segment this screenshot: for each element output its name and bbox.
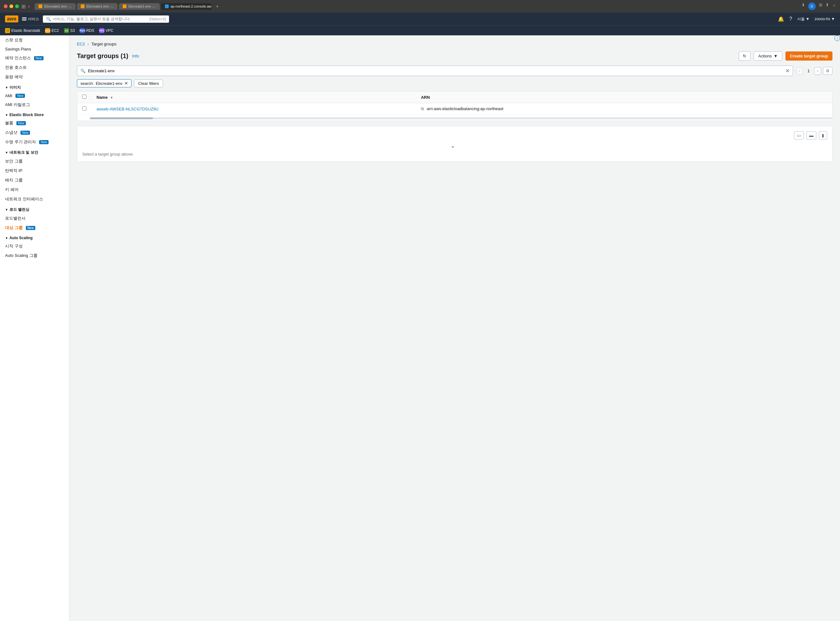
shortcut-vpc[interactable]: VPC VPC	[99, 28, 113, 33]
new-tab-button[interactable]: ＋	[215, 3, 220, 10]
header-actions: ↻ Actions ▼ Create target group	[739, 51, 832, 61]
row-checkbox-cell[interactable]	[77, 103, 91, 115]
chevron-down-icon-as: ▼	[5, 236, 8, 240]
sidebar-section-network[interactable]: ▼ 네트워크 및 보안	[0, 147, 69, 156]
rds-icon: RDS	[80, 28, 85, 33]
sidebar-item-load-balancers[interactable]: 로드밸런서	[0, 214, 69, 223]
sidebar-section-ebs[interactable]: ▼ Elastic Block Store	[0, 109, 69, 118]
panel-view-controls: ▭ ▬ ▮	[82, 131, 827, 139]
share-icon[interactable]: ⬆	[825, 3, 829, 10]
add-tab-icon[interactable]: ＋	[832, 3, 836, 10]
profile-icon[interactable]: D	[808, 3, 816, 10]
sidebar-item-target-groups[interactable]: 대상 그룹 New	[0, 223, 69, 233]
row-arn-cell: ⧉ arn:aws:elasticloadbalancing:ap-northe…	[416, 103, 832, 115]
arn-value: arn:aws:elasticloadbalancing:ap-northeas…	[427, 106, 503, 111]
shortcut-ec2[interactable]: EC2 EC2	[45, 28, 59, 33]
close-button[interactable]	[4, 5, 8, 8]
global-search-box[interactable]: 🔍 [Option+S]	[43, 15, 169, 23]
shortcut-beanstalk[interactable]: 🌿 Elastic Beanstalk	[5, 28, 40, 33]
minimize-button[interactable]	[9, 5, 13, 8]
table-preferences-button[interactable]: ⚙	[823, 67, 832, 75]
sidebar-item-launch-configs[interactable]: 시작 구성	[0, 241, 69, 251]
target-group-link[interactable]: awseb-AWSEB-NLSCG7DSUZ9U	[97, 107, 159, 111]
search-icon: 🔍	[46, 17, 51, 21]
select-all-checkbox[interactable]	[82, 95, 86, 99]
next-page-button[interactable]: ›	[814, 67, 821, 75]
window-controls[interactable]	[4, 5, 19, 8]
notification-icon[interactable]: 🔔	[778, 16, 784, 22]
sidebar-item-reserved[interactable]: 예약 인스턴스 New	[0, 53, 69, 63]
browser-tabs: Ebcreate1-env -... Ebcreate1-env -... Eb…	[35, 3, 799, 10]
actions-button[interactable]: Actions ▼	[754, 51, 783, 61]
sidebar-section-load-balancing[interactable]: ▼ 로드 밸런싱	[0, 204, 69, 214]
sidebar-item-volumes[interactable]: 볼륨 New	[0, 118, 69, 128]
chevron-down-icon-ebs: ▼	[5, 113, 8, 117]
sidebar-section-autoscaling[interactable]: ▼ Auto Scaling	[0, 233, 69, 241]
col-name-header[interactable]: Name ▼	[91, 91, 416, 103]
browser-chrome: ⊞ ‹ Ebcreate1-env -... Ebcreate1-env -..…	[0, 0, 840, 13]
s3-label: S3	[70, 29, 75, 33]
select-all-header[interactable]	[77, 91, 91, 103]
create-target-group-button[interactable]: Create target group	[786, 51, 832, 61]
sidebar-item-spot[interactable]: 스팟 요청	[0, 35, 69, 45]
filter-remove-icon[interactable]: ✕	[124, 81, 128, 86]
s3-icon: S3	[64, 28, 69, 33]
tab-favicon-1	[38, 5, 42, 8]
browser-tab-3[interactable]: Ebcreate1-env -...	[119, 3, 160, 10]
shortcut-rds[interactable]: RDS RDS	[80, 28, 94, 33]
aws-top-nav: aws 서비스 🔍 [Option+S] 🔔 ? 서울 ▼ zoooo-hs ▼	[0, 13, 840, 25]
search-box[interactable]: 🔍 ✕	[77, 66, 793, 76]
clear-filters-button[interactable]: Clear filters	[134, 80, 163, 88]
search-clear-icon[interactable]: ✕	[786, 68, 790, 74]
filter-value: Ebcreate1-env	[96, 81, 123, 86]
sidebar-item-dedicated[interactable]: 전용 호스트	[0, 63, 69, 72]
region-selector[interactable]: 서울 ▼	[797, 17, 810, 22]
extensions-icon[interactable]: ⊞	[819, 3, 822, 10]
sidebar-item-ami-catalog[interactable]: AMI 카탈로그	[0, 100, 69, 109]
sidebar-section-images[interactable]: ▼ 이미지	[0, 82, 69, 91]
refresh-button[interactable]: ↻	[739, 51, 751, 61]
back-icon[interactable]: ‹	[28, 3, 30, 9]
sidebar-item-autoscaling-groups[interactable]: Auto Scaling 그룹	[0, 251, 69, 261]
help-icon[interactable]: ?	[789, 16, 792, 22]
browser-tab-2[interactable]: Ebcreate1-env -...	[77, 3, 118, 10]
aws-logo[interactable]: aws	[5, 15, 18, 23]
breadcrumb-ec2[interactable]: EC2	[77, 42, 85, 46]
sidebar-item-savings[interactable]: Savings Plans	[0, 45, 69, 53]
page-title: Target groups (1)	[77, 52, 128, 60]
global-search-input[interactable]	[53, 17, 148, 21]
sidebar-item-snapshots[interactable]: 스냅샷 New	[0, 128, 69, 137]
shortcut-s3[interactable]: S3 S3	[64, 28, 75, 33]
table-scrollbar[interactable]	[77, 115, 832, 121]
services-label: 서비스	[28, 17, 39, 22]
ec2-label: EC2	[51, 29, 59, 33]
info-link[interactable]: Info	[132, 54, 139, 58]
row-checkbox[interactable]	[82, 106, 86, 111]
maximize-button[interactable]	[15, 5, 19, 8]
sidebar-item-key-pairs[interactable]: 키 페어	[0, 185, 69, 194]
browser-tab-1[interactable]: Ebcreate1-env -...	[35, 3, 76, 10]
services-menu-button[interactable]: 서비스	[22, 17, 39, 22]
sidebar-item-capacity[interactable]: 용량 예약	[0, 72, 69, 82]
page-title-row: Target groups (1) Info	[77, 52, 139, 60]
filter-row: search: Ebcreate1-env ✕ Clear filters	[77, 79, 832, 88]
page-info-icon[interactable]: i	[834, 35, 840, 41]
sidebar-item-network-interfaces[interactable]: 네트워크 인터페이스	[0, 194, 69, 204]
panel-view-btn-3[interactable]: ▮	[819, 131, 827, 139]
arn-copy-icon[interactable]: ⧉	[421, 106, 424, 111]
sidebar-toggle-icon[interactable]: ⊞	[21, 3, 26, 9]
panel-view-btn-1[interactable]: ▭	[794, 131, 804, 139]
panel-view-btn-2[interactable]: ▬	[806, 131, 816, 139]
new-badge-lifecycle: New	[39, 140, 48, 144]
sidebar-item-security-groups[interactable]: 보안 그룹	[0, 156, 69, 166]
browser-tab-4[interactable]: ap-northeast-2.console.aws.amazon.com 🔒	[161, 3, 212, 10]
sidebar-item-lifecycle[interactable]: 수명 주기 관리자 New	[0, 137, 69, 147]
user-menu[interactable]: zoooo-hs ▼	[814, 17, 835, 21]
download-icon[interactable]: ⬇	[802, 3, 805, 10]
sidebar-item-elastic-ip[interactable]: 탄력적 IP	[0, 166, 69, 176]
col-arn-header[interactable]: ARN	[416, 91, 832, 103]
prev-page-button[interactable]: ‹	[796, 67, 803, 75]
sidebar-item-ami[interactable]: AMI New	[0, 91, 69, 100]
sidebar-item-placement-groups[interactable]: 배치 그룹	[0, 176, 69, 185]
search-input[interactable]	[88, 68, 783, 73]
